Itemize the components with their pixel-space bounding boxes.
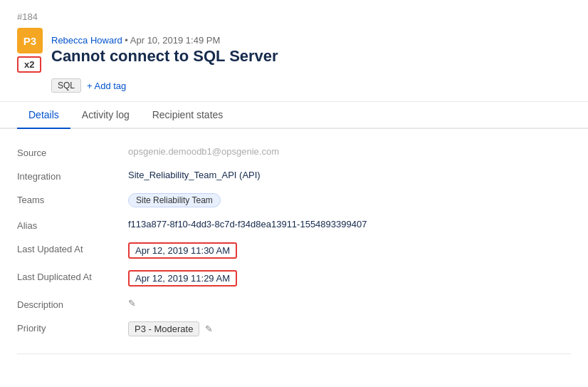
description-label: Description bbox=[17, 298, 117, 310]
last-duplicated-date: Apr 12, 2019 11:29 AM bbox=[128, 270, 237, 287]
integration-label: Integration bbox=[17, 170, 117, 182]
priority-edit-icon[interactable]: ✎ bbox=[205, 324, 213, 334]
bottom-divider bbox=[17, 354, 571, 354]
author-name: Rebecca Howard bbox=[51, 35, 122, 46]
integration-row: Integration Site_Reliability_Team_API (A… bbox=[17, 164, 571, 187]
separator: • bbox=[125, 35, 130, 46]
priority-badge: P3 bbox=[17, 28, 43, 53]
duplicate-count: x2 bbox=[17, 56, 41, 73]
issue-title: Cannot connect to SQL Server bbox=[51, 47, 278, 66]
team-badge[interactable]: Site Reliability Team bbox=[128, 193, 221, 207]
tags-row: SQL + Add tag bbox=[51, 78, 571, 93]
priority-row-content: P3 - Moderate ✎ bbox=[128, 321, 571, 336]
priority-value: P3 - Moderate ✎ bbox=[128, 321, 571, 336]
issue-number: #184 bbox=[17, 11, 571, 22]
source-label: Source bbox=[17, 146, 117, 158]
source-value: opsgenie.demoodb1@opsgenie.com bbox=[128, 146, 571, 157]
last-duplicated-label: Last Duplicated At bbox=[17, 270, 117, 282]
teams-label: Teams bbox=[17, 193, 117, 205]
priority-label: Priority bbox=[17, 321, 117, 334]
last-duplicated-row: Last Duplicated At Apr 12, 2019 11:29 AM bbox=[17, 264, 571, 292]
last-updated-label: Last Updated At bbox=[17, 242, 117, 254]
last-duplicated-value: Apr 12, 2019 11:29 AM bbox=[128, 270, 571, 287]
issue-header: #184 P3 x2 Rebecca Howard • Apr 10, 2019… bbox=[0, 0, 588, 102]
priority-row: Priority P3 - Moderate ✎ bbox=[17, 316, 571, 342]
alias-value: f113a877-8f10-4dd3-8c7d-f34d8ea13911-155… bbox=[128, 219, 571, 229]
description-edit-icon[interactable]: ✎ bbox=[128, 298, 136, 309]
add-tag-button[interactable]: + Add tag bbox=[87, 81, 126, 91]
description-row: Description ✎ bbox=[17, 292, 571, 316]
author-line: Rebecca Howard • Apr 10, 2019 1:49 PM bbox=[51, 35, 278, 46]
tabs-bar: Details Activity log Recipient states bbox=[0, 102, 588, 129]
integration-value: Site_Reliability_Team_API (API) bbox=[128, 170, 571, 180]
alias-label: Alias bbox=[17, 219, 117, 231]
description-value: ✎ bbox=[128, 298, 571, 309]
tab-details[interactable]: Details bbox=[17, 102, 70, 129]
last-updated-date: Apr 12, 2019 11:30 AM bbox=[128, 242, 237, 259]
tab-activity-log[interactable]: Activity log bbox=[70, 102, 141, 129]
priority-value-badge: P3 - Moderate bbox=[128, 321, 199, 336]
details-section: Source opsgenie.demoodb1@opsgenie.com In… bbox=[0, 129, 588, 354]
last-updated-value: Apr 12, 2019 11:30 AM bbox=[128, 242, 571, 259]
source-row: Source opsgenie.demoodb1@opsgenie.com bbox=[17, 140, 571, 164]
last-updated-row: Last Updated At Apr 12, 2019 11:30 AM bbox=[17, 237, 571, 264]
teams-row: Teams Site Reliability Team bbox=[17, 187, 571, 213]
alias-row: Alias f113a877-8f10-4dd3-8c7d-f34d8ea139… bbox=[17, 213, 571, 237]
tab-recipient-states[interactable]: Recipient states bbox=[141, 102, 235, 129]
issue-date: Apr 10, 2019 1:49 PM bbox=[130, 35, 220, 46]
teams-value: Site Reliability Team bbox=[128, 193, 571, 207]
sql-tag[interactable]: SQL bbox=[51, 78, 81, 93]
